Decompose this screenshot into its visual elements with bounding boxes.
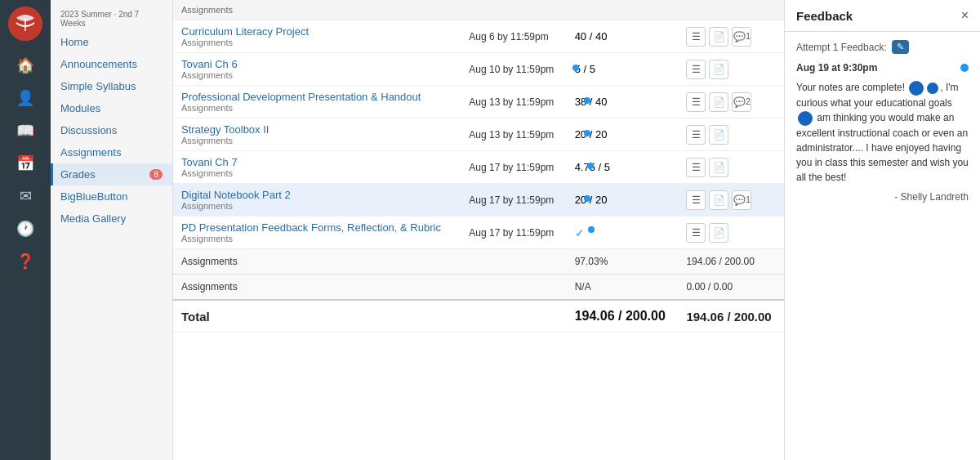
- due-date: Aug 13 by 11:59pm: [469, 129, 554, 141]
- total-score-big: 194.06 / 200.00: [567, 300, 679, 333]
- feedback-title: Feedback: [796, 9, 853, 23]
- score-value: 20 / 20: [575, 194, 608, 206]
- assignment-type: Assignments: [181, 201, 452, 211]
- score-dot: [572, 65, 579, 71]
- assignment-name[interactable]: Tovani Ch 7: [181, 156, 452, 168]
- sidebar-item-discussions[interactable]: Discussions: [51, 119, 172, 141]
- action-icons: ☰📄: [686, 223, 776, 243]
- rubric-icon[interactable]: ☰: [686, 223, 706, 243]
- summary-row: Assignments 97.03% 194.06 / 200.00: [173, 249, 784, 275]
- score-value: 40 / 40: [575, 30, 608, 42]
- rubric-icon[interactable]: ☰: [686, 92, 706, 112]
- assignment-name[interactable]: Professional Development Presentation & …: [181, 91, 452, 103]
- comment-count: 1: [746, 195, 751, 204]
- score-value: 4.75 / 5: [575, 161, 610, 173]
- due-date: Aug 10 by 11:59pm: [469, 64, 554, 75]
- calendar-nav-icon[interactable]: 📅: [11, 149, 40, 178]
- rubric-icon[interactable]: ☰: [686, 190, 706, 210]
- help-nav-icon[interactable]: ❓: [11, 247, 40, 276]
- submission-icon[interactable]: 📄: [709, 60, 728, 79]
- feedback-date: Aug 19 at 9:30pm: [796, 62, 877, 74]
- sidebar-item-label: Grades: [60, 168, 96, 181]
- summary-label: Assignments: [173, 249, 461, 275]
- submission-icon[interactable]: 📄: [709, 158, 728, 177]
- comment-icon[interactable]: 💬 1: [732, 27, 751, 47]
- sidebar-item-label: Announcements: [60, 58, 137, 70]
- submission-icon[interactable]: 📄: [709, 223, 728, 243]
- sidebar-item-simple-syllabus[interactable]: Simple Syllabus: [51, 75, 172, 97]
- account-nav-icon[interactable]: 👤: [11, 83, 40, 113]
- assignment-name[interactable]: Tovani Ch 6: [181, 58, 452, 70]
- sidebar-item-label: Modules: [60, 102, 100, 114]
- sidebar-item-bigbluebutton[interactable]: BigBlueButton: [51, 185, 172, 208]
- sidebar-item-assignments[interactable]: Assignments: [51, 141, 172, 163]
- grades-table: Assignments Curriculum Literacy ProjectA…: [173, 0, 784, 333]
- summary-label: Assignments: [173, 275, 461, 301]
- assignment-type: Assignments: [181, 168, 452, 178]
- feedback-panel: Feedback × Attempt 1 Feedback: ✎ Aug 19 …: [784, 0, 980, 460]
- sidebar-item-media-gallery[interactable]: Media Gallery: [51, 208, 172, 230]
- assignment-type: Assignments: [181, 234, 452, 243]
- history-nav-icon[interactable]: 🕐: [11, 214, 40, 243]
- sidebar-item-home[interactable]: Home: [51, 31, 172, 53]
- nav-header: 2023 Summer · 2nd 7 Weeks: [51, 7, 172, 31]
- action-icons: ☰📄: [686, 60, 776, 79]
- comment-icon[interactable]: 💬 1: [732, 190, 751, 210]
- total-score-right: 194.06 / 200.00: [678, 300, 784, 333]
- assignment-type: Assignments: [181, 70, 452, 80]
- due-date: Aug 13 by 11:59pm: [469, 96, 554, 108]
- sidebar-item-label: Assignments: [60, 146, 121, 159]
- sidebar-item-label: Discussions: [60, 124, 117, 136]
- attempt-icon: ✎: [892, 40, 909, 54]
- rubric-icon[interactable]: ☰: [686, 125, 706, 145]
- sidebar-item-grades[interactable]: Grades 8: [51, 163, 172, 185]
- sidebar-item-modules[interactable]: Modules: [51, 97, 172, 119]
- rubric-icon[interactable]: ☰: [686, 158, 706, 177]
- comment-count: 2: [746, 97, 751, 106]
- assignment-name[interactable]: Digital Notebook Part 2: [181, 189, 452, 201]
- submission-icon[interactable]: 📄: [709, 190, 728, 210]
- inbox-nav-icon[interactable]: ✉: [11, 181, 40, 211]
- action-icons: ☰📄💬 1: [686, 190, 776, 210]
- due-date: Aug 17 by 11:59pm: [469, 162, 554, 173]
- summary-score: 194.06 / 200.00: [678, 249, 784, 275]
- total-label: Total: [173, 300, 461, 333]
- table-row: Tovani Ch 6AssignmentsAug 10 by 11:59pm5…: [173, 53, 784, 86]
- sidebar-item-label: Media Gallery: [60, 212, 126, 225]
- submission-icon[interactable]: 📄: [709, 27, 728, 47]
- submission-icon[interactable]: 📄: [709, 92, 728, 112]
- summary-percent: N/A: [567, 275, 679, 301]
- attempt-text: Attempt 1 Feedback:: [796, 42, 887, 53]
- assignment-name[interactable]: Curriculum Literacy Project: [181, 25, 452, 38]
- section-header: Assignments: [173, 0, 784, 20]
- table-row: Tovani Ch 7AssignmentsAug 17 by 11:59pm4…: [173, 151, 784, 184]
- feedback-unread-dot: [960, 64, 969, 72]
- courses-nav-icon[interactable]: 📖: [11, 116, 40, 145]
- submission-icon[interactable]: 📄: [709, 125, 728, 145]
- sidebar-item-announcements[interactable]: Announcements: [51, 53, 172, 75]
- rubric-icon[interactable]: ☰: [686, 60, 706, 79]
- logo: [8, 7, 42, 41]
- action-icons: ☰📄: [686, 125, 776, 145]
- grades-badge: 8: [149, 169, 163, 180]
- due-date: Aug 17 by 11:59pm: [469, 227, 554, 239]
- rubric-icon[interactable]: ☰: [686, 27, 706, 47]
- assignment-type: Assignments: [181, 136, 452, 145]
- home-nav-icon[interactable]: 🏠: [11, 51, 40, 80]
- assignment-name[interactable]: PD Presentation Feedback Forms, Reflecti…: [181, 221, 452, 234]
- feedback-author: - Shelly Landreth: [796, 191, 969, 203]
- sidebar-item-label: BigBlueButton: [60, 190, 127, 203]
- score-dot: [587, 163, 594, 169]
- decorative-blob-3: [798, 111, 813, 126]
- feedback-header: Feedback ×: [785, 0, 980, 32]
- sidebar-item-label: Home: [60, 36, 89, 48]
- action-icons: ☰📄: [686, 158, 776, 177]
- close-button[interactable]: ×: [961, 8, 969, 23]
- feedback-date-row: Aug 19 at 9:30pm: [796, 62, 969, 74]
- table-row: Digital Notebook Part 2AssignmentsAug 17…: [173, 184, 784, 217]
- sidebar: 🏠 👤 📖 📅 ✉ 🕐 ❓: [0, 0, 51, 460]
- sidebar-item-label: Simple Syllabus: [60, 80, 136, 92]
- score-value: 5 / 5: [575, 63, 595, 75]
- comment-icon[interactable]: 💬 2: [732, 92, 751, 112]
- assignment-name[interactable]: Strategy Toolbox II: [181, 123, 452, 136]
